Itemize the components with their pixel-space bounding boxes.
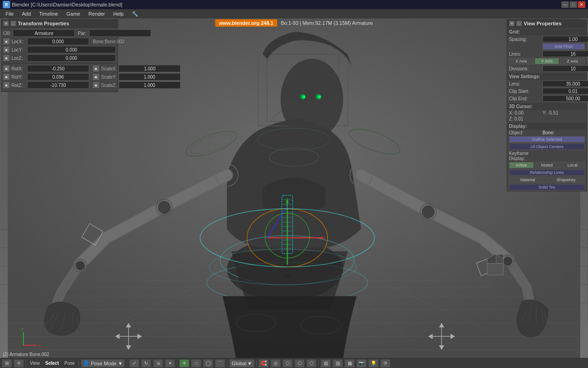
blender-link[interactable]: www.blender.org 248.1 <box>215 19 277 27</box>
main-viewport[interactable]: X Y ✕ – Transform Properties OB: Par: ■ … <box>0 18 588 358</box>
grab-icon[interactable]: ⤢ <box>129 359 139 368</box>
toolbar-icon-cursor[interactable]: ✛ <box>14 359 24 368</box>
view-panel-close-dash[interactable]: – <box>516 21 522 26</box>
select-btn-status[interactable]: Select <box>44 361 61 366</box>
scale-icon[interactable]: ⇲ <box>153 359 163 368</box>
select-box-btn[interactable]: □ <box>191 359 201 368</box>
outline-selected-btn[interactable]: Outline Selected <box>509 136 585 143</box>
spacing-input[interactable] <box>543 36 588 42</box>
all-object-centers-btn[interactable]: All Object Centers <box>509 144 585 150</box>
grid-divisions-row: Divisions: <box>507 65 587 72</box>
transform-icon[interactable]: ✦ <box>165 359 175 368</box>
rotx-input[interactable] <box>27 65 89 72</box>
roty-lock[interactable]: ■ <box>3 74 10 80</box>
pose-btn-status[interactable]: Pose <box>62 361 77 366</box>
sep-7 <box>318 360 319 367</box>
rotx-lock[interactable]: ■ <box>3 65 10 72</box>
locx-input[interactable] <box>27 38 89 45</box>
locz-lock[interactable]: ■ <box>3 55 10 61</box>
locy-lock[interactable]: ■ <box>3 46 10 53</box>
grid-section-title: Grid: <box>507 29 587 35</box>
locz-input[interactable] <box>27 54 116 62</box>
x-axis-btn[interactable]: X Axis <box>509 58 534 64</box>
scaley-input[interactable] <box>119 73 181 80</box>
select-circle-btn[interactable]: ◯ <box>203 359 213 368</box>
view-panel-title: View Properties <box>524 21 561 26</box>
ob-input[interactable] <box>13 29 75 37</box>
menu-file[interactable]: File <box>2 10 17 17</box>
snap-icon[interactable]: 🧲 <box>259 359 269 368</box>
z-axis-btn[interactable]: Z Axis <box>560 58 585 64</box>
render-icon-3[interactable]: ▦ <box>345 359 355 368</box>
divisions-input[interactable] <box>543 65 588 72</box>
scalez-lock[interactable]: ■ <box>93 82 99 88</box>
grid-floor-btn[interactable]: Grid Floor <box>543 43 585 50</box>
info-bar-center: www.blender.org 248.1 Bo:1-93 | Mem:92.1… <box>215 18 373 28</box>
maximize-button[interactable]: □ <box>570 1 577 8</box>
options-icon-3[interactable]: ⬡ <box>306 359 317 368</box>
mode-icon: 👤 <box>83 360 90 366</box>
render-icon-1[interactable]: ▤ <box>321 359 331 368</box>
rotz-input[interactable] <box>27 81 89 89</box>
bone-label: Bone:Bone.002 <box>93 39 124 44</box>
par-input[interactable] <box>89 29 151 37</box>
panel-close-x[interactable]: ✕ <box>3 21 9 26</box>
lamp-icon[interactable]: 💡 <box>368 359 379 368</box>
clip-start-row: Clip Start: <box>507 87 587 95</box>
svg-point-20 <box>302 95 305 98</box>
sync-icon[interactable]: ⟳ <box>380 359 390 368</box>
clip-start-input[interactable] <box>543 88 588 94</box>
y-axis-btn[interactable]: Y Axis <box>535 58 560 64</box>
global-selector[interactable]: Global ▼ <box>229 359 254 368</box>
panel-close-dash[interactable]: – <box>11 21 16 26</box>
camera-icon[interactable]: 📷 <box>356 359 367 368</box>
cursor-x-label: X: 0.00 <box>509 110 541 115</box>
mode-selector[interactable]: 👤 Pose Mode ▼ <box>81 359 125 368</box>
minimize-button[interactable]: — <box>561 1 569 8</box>
menu-help[interactable]: Help <box>110 10 128 17</box>
rotate-icon[interactable]: ↻ <box>141 359 151 368</box>
proportional-icon[interactable]: ◎ <box>271 359 281 368</box>
scalex-lock[interactable]: ■ <box>93 65 99 72</box>
status-bar: ⊞ ✛ View Select Pose 👤 Pose Mode ▼ ⤢ ↻ ⇲… <box>0 358 588 368</box>
locy-input[interactable] <box>27 46 116 53</box>
cursor-mode-btn[interactable]: ✛ <box>179 359 189 368</box>
select-lasso-btn[interactable]: ⌒ <box>215 359 225 368</box>
clip-end-input[interactable] <box>543 95 588 102</box>
locx-lock[interactable]: ■ <box>3 38 10 45</box>
rel-lines-btn[interactable]: Relationship Lines <box>509 169 585 176</box>
scalex-input[interactable] <box>119 65 181 72</box>
local-btn[interactable]: Local <box>560 162 585 168</box>
menu-game[interactable]: Game <box>62 10 84 17</box>
keyframe-opts-row: Active Muted Local <box>507 161 587 169</box>
view-btn-status[interactable]: View <box>28 361 42 366</box>
toolbar-icon-1[interactable]: ⊞ <box>2 359 12 368</box>
menu-timeline[interactable]: Timeline <box>35 10 62 17</box>
active-btn[interactable]: Active <box>509 162 534 168</box>
blender-icon: B <box>3 1 10 8</box>
scalez-input[interactable] <box>119 81 181 89</box>
lines-label: Lines: <box>509 52 541 57</box>
sep-3 <box>127 360 127 367</box>
menu-render[interactable]: Render <box>85 10 108 17</box>
sep-4 <box>177 360 177 367</box>
options-icon-2[interactable]: ⬡ <box>294 359 305 368</box>
muted-btn[interactable]: Muted <box>535 162 560 168</box>
lines-input[interactable] <box>543 51 588 57</box>
close-button[interactable]: ✕ <box>578 1 585 8</box>
lens-input[interactable] <box>543 80 588 87</box>
menu-wrench[interactable]: 🔧 <box>128 10 142 18</box>
render-icon-2[interactable]: ▥ <box>333 359 343 368</box>
solid-tex-btn[interactable]: Solid Tex <box>509 184 585 190</box>
view-panel-close-x[interactable]: ✕ <box>509 21 514 26</box>
window-controls[interactable]: — □ ✕ <box>561 1 585 8</box>
options-icon-1[interactable]: ⬡ <box>283 359 293 368</box>
roty-input[interactable] <box>27 73 89 80</box>
menu-add[interactable]: Add <box>18 10 35 17</box>
material-btn[interactable]: Material <box>509 177 547 183</box>
transform-panel-content: OB: Par: ■ LocX: Bone:Bone.002 ■ LocY: ■ <box>1 28 118 92</box>
shapekey-btn[interactable]: ShapeKey <box>548 177 585 183</box>
rotz-lock[interactable]: ■ <box>3 82 10 88</box>
scaley-lock[interactable]: ■ <box>93 74 99 80</box>
roty-label: RotY: <box>11 75 25 80</box>
